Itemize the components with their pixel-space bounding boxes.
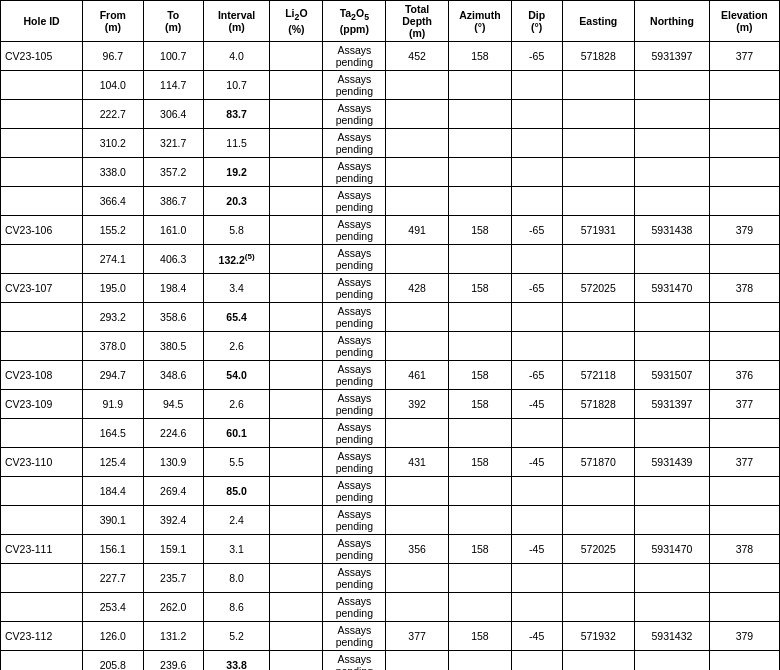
cell-northing: 5931397 [635, 42, 710, 71]
cell-ta2o5: Assays pending [323, 448, 386, 477]
cell-dip [511, 187, 562, 216]
cell-to: 321.7 [143, 129, 203, 158]
cell-easting [562, 332, 634, 361]
cell-totaldepth [386, 564, 449, 593]
cell-holeid [1, 564, 83, 593]
cell-easting [562, 651, 634, 671]
cell-northing [635, 100, 710, 129]
cell-northing [635, 71, 710, 100]
cell-holeid [1, 245, 83, 274]
cell-azimuth [449, 129, 512, 158]
cell-totaldepth [386, 419, 449, 448]
cell-easting: 572025 [562, 274, 634, 303]
cell-easting [562, 71, 634, 100]
cell-northing [635, 651, 710, 671]
table-row: CV23-106155.2161.05.8Assays pending49115… [1, 216, 780, 245]
cell-holeid: CV23-111 [1, 535, 83, 564]
cell-totaldepth: 356 [386, 535, 449, 564]
cell-elevation [709, 187, 779, 216]
cell-totaldepth: 461 [386, 361, 449, 390]
cell-from: 274.1 [83, 245, 143, 274]
col-header-to: To(m) [143, 1, 203, 42]
cell-azimuth: 158 [449, 622, 512, 651]
cell-li2o [270, 332, 323, 361]
cell-elevation: 378 [709, 274, 779, 303]
cell-interval: 2.4 [203, 506, 269, 535]
cell-elevation [709, 303, 779, 332]
cell-from: 126.0 [83, 622, 143, 651]
cell-from: 205.8 [83, 651, 143, 671]
cell-azimuth: 158 [449, 274, 512, 303]
cell-easting [562, 506, 634, 535]
cell-li2o [270, 506, 323, 535]
table-row: 378.0380.52.6Assays pending [1, 332, 780, 361]
cell-to: 224.6 [143, 419, 203, 448]
cell-ta2o5: Assays pending [323, 332, 386, 361]
table-row: 253.4262.08.6Assays pending [1, 593, 780, 622]
cell-interval: 60.1 [203, 419, 269, 448]
cell-azimuth [449, 651, 512, 671]
col-header-interval: Interval(m) [203, 1, 269, 42]
cell-from: 155.2 [83, 216, 143, 245]
cell-from: 390.1 [83, 506, 143, 535]
cell-interval: 2.6 [203, 332, 269, 361]
cell-northing: 5931507 [635, 361, 710, 390]
cell-holeid: CV23-107 [1, 274, 83, 303]
cell-dip [511, 419, 562, 448]
cell-easting: 571932 [562, 622, 634, 651]
cell-to: 392.4 [143, 506, 203, 535]
cell-easting: 571828 [562, 42, 634, 71]
cell-ta2o5: Assays pending [323, 129, 386, 158]
cell-northing: 5931397 [635, 390, 710, 419]
table-row: 390.1392.42.4Assays pending [1, 506, 780, 535]
col-header-northing: Northing [635, 1, 710, 42]
cell-to: 159.1 [143, 535, 203, 564]
cell-totaldepth [386, 129, 449, 158]
cell-elevation [709, 593, 779, 622]
cell-holeid [1, 477, 83, 506]
cell-dip: -65 [511, 216, 562, 245]
cell-li2o [270, 187, 323, 216]
cell-elevation: 377 [709, 448, 779, 477]
cell-easting [562, 564, 634, 593]
cell-to: 269.4 [143, 477, 203, 506]
cell-holeid [1, 419, 83, 448]
table-row: 366.4386.720.3Assays pending [1, 187, 780, 216]
cell-holeid: CV23-105 [1, 42, 83, 71]
cell-easting: 571870 [562, 448, 634, 477]
cell-ta2o5: Assays pending [323, 390, 386, 419]
table-row: CV23-112126.0131.25.2Assays pending37715… [1, 622, 780, 651]
table-row: CV23-107195.0198.43.4Assays pending42815… [1, 274, 780, 303]
cell-to: 306.4 [143, 100, 203, 129]
cell-holeid [1, 187, 83, 216]
cell-azimuth [449, 187, 512, 216]
cell-to: 100.7 [143, 42, 203, 71]
cell-ta2o5: Assays pending [323, 303, 386, 332]
cell-ta2o5: Assays pending [323, 622, 386, 651]
table-row: 205.8239.633.8Assays pending [1, 651, 780, 671]
cell-northing [635, 245, 710, 274]
col-header-li2o: Li2O(%) [270, 1, 323, 42]
cell-dip [511, 477, 562, 506]
cell-interval: 54.0 [203, 361, 269, 390]
table-row: 310.2321.711.5Assays pending [1, 129, 780, 158]
cell-elevation: 376 [709, 361, 779, 390]
table-row: 338.0357.219.2Assays pending [1, 158, 780, 187]
cell-holeid [1, 593, 83, 622]
cell-from: 125.4 [83, 448, 143, 477]
cell-elevation [709, 419, 779, 448]
cell-dip: -65 [511, 42, 562, 71]
cell-ta2o5: Assays pending [323, 564, 386, 593]
cell-to: 262.0 [143, 593, 203, 622]
cell-to: 94.5 [143, 390, 203, 419]
cell-easting: 572025 [562, 535, 634, 564]
cell-northing [635, 506, 710, 535]
cell-northing [635, 477, 710, 506]
cell-azimuth [449, 332, 512, 361]
cell-elevation [709, 477, 779, 506]
cell-from: 164.5 [83, 419, 143, 448]
cell-ta2o5: Assays pending [323, 216, 386, 245]
cell-li2o [270, 100, 323, 129]
cell-interval: 3.1 [203, 535, 269, 564]
cell-holeid [1, 332, 83, 361]
